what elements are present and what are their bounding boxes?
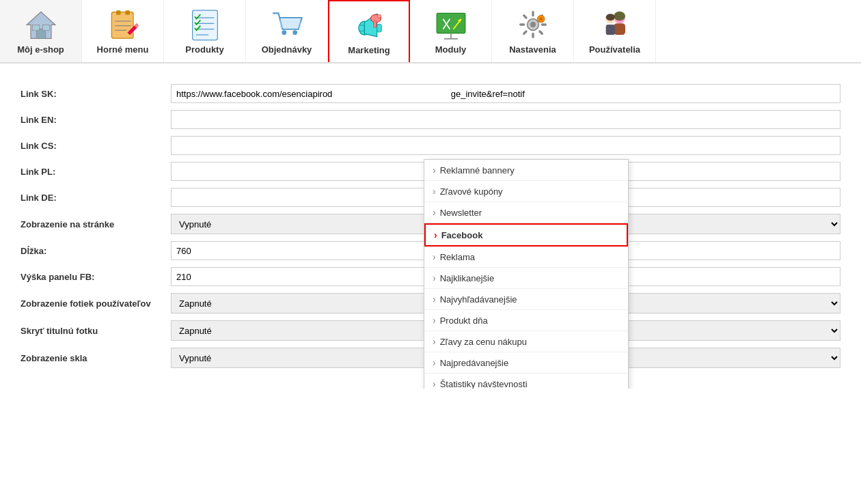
svg-point-24	[378, 14, 381, 18]
gear-icon	[512, 8, 554, 42]
nav-item-produkty[interactable]: Produkty	[164, 0, 246, 62]
svg-point-15	[282, 30, 286, 35]
dropdown-item-reklamne-bannery[interactable]: Reklamné bannery	[424, 160, 628, 181]
house-icon	[20, 8, 62, 42]
zobrazenie-label: Zobrazenie na stránke	[20, 219, 171, 229]
dropdown-item-zlavy-za-cenu[interactable]: Zľavy za cenu nákupu	[424, 331, 628, 352]
top-navigation: Môj e-shop Horné menu	[0, 0, 861, 64]
cart-icon	[266, 8, 308, 42]
svg-point-42	[539, 17, 543, 20]
nav-item-moduly[interactable]: Moduly	[410, 0, 492, 62]
link-sk-input[interactable]	[171, 84, 840, 103]
svg-rect-25	[437, 13, 465, 33]
vyska-label: Výška panelu FB:	[20, 272, 171, 282]
marketing-icon	[348, 8, 390, 42]
link-en-label: Link EN:	[20, 115, 171, 125]
svg-point-32	[530, 22, 535, 27]
zobr-fotiek-label: Zobrazenie fotiek používateľov	[20, 298, 171, 309]
svg-rect-47	[605, 25, 614, 35]
main-content: Link SK: Link EN: Link CS: Link PL:	[0, 64, 861, 389]
nav-label-marketing: Marketing	[348, 45, 390, 55]
svg-rect-17	[280, 19, 301, 28]
svg-rect-44	[614, 23, 625, 35]
nav-item-marketing[interactable]: Marketing	[328, 0, 410, 62]
nav-label-produkty: Produkty	[185, 44, 223, 55]
dropdown-item-reklama[interactable]: Reklama	[424, 247, 628, 268]
marketing-dropdown: Reklamné bannery Zľavové kupóny Newslett…	[424, 159, 629, 389]
svg-rect-19	[359, 25, 364, 31]
svg-point-45	[614, 12, 625, 20]
link-de-label: Link DE:	[20, 193, 171, 203]
blackboard-icon	[430, 8, 472, 42]
link-cs-input[interactable]	[171, 136, 840, 155]
nav-item-nastavenia[interactable]: Nastavenia	[492, 0, 574, 62]
dropdown-item-najvyhladavanejsie[interactable]: Najvyhľadávanejšie	[424, 289, 628, 310]
nav-label-objednavky: Objednávky	[262, 44, 312, 55]
nav-item-pouzivatelia[interactable]: Používatelia	[574, 0, 656, 62]
link-cs-row: Link CS:	[20, 136, 840, 155]
nav-label-moj-eshop: Môj e-shop	[17, 44, 64, 55]
svg-rect-3	[42, 25, 49, 30]
svg-rect-23	[374, 20, 377, 27]
svg-line-37	[523, 16, 525, 18]
link-en-wrap	[171, 110, 840, 129]
skryt-label: Skryť titulnú fotku	[20, 326, 171, 336]
svg-point-48	[605, 14, 614, 20]
link-sk-wrap	[171, 84, 840, 103]
svg-rect-6	[125, 10, 130, 15]
nav-item-horne-menu[interactable]: Horné menu	[82, 0, 164, 62]
svg-rect-5	[116, 10, 121, 15]
checklist-icon	[184, 8, 226, 42]
dropdown-item-najpredavanejsie[interactable]: Najpredávanejšie	[424, 352, 628, 374]
dropdown-item-statistiky[interactable]: Štatistiky návštevnosti	[424, 374, 628, 389]
link-cs-wrap	[171, 136, 840, 155]
nav-item-objednavky[interactable]: Objednávky	[246, 0, 328, 62]
nav-label-moduly: Moduly	[435, 44, 467, 55]
dropdown-item-najklikanejsie[interactable]: Najklikanejšie	[424, 268, 628, 289]
dropdown-item-newsletter[interactable]: Newsletter	[424, 202, 628, 223]
dropdown-item-zlavove-kupony[interactable]: Zľavové kupóny	[424, 181, 628, 202]
dlzka-label: Dĺžka:	[20, 246, 171, 256]
link-en-input[interactable]	[171, 110, 840, 129]
svg-line-38	[540, 31, 542, 33]
svg-rect-2	[32, 25, 39, 30]
zobr-skla-label: Zobrazenie skla	[20, 353, 171, 363]
link-sk-row: Link SK:	[20, 84, 840, 103]
link-sk-label: Link SK:	[20, 89, 171, 99]
link-pl-label: Link PL:	[20, 167, 171, 177]
nav-label-pouzivatelia: Používatelia	[589, 44, 640, 55]
nav-label-nastavenia: Nastavenia	[509, 44, 556, 55]
nav-item-moj-eshop[interactable]: Môj e-shop	[0, 0, 82, 62]
link-en-row: Link EN:	[20, 110, 840, 129]
link-cs-label: Link CS:	[20, 141, 171, 151]
notepad-icon	[102, 8, 144, 42]
dropdown-item-produkt-dna[interactable]: Produkt dňa	[424, 310, 628, 331]
svg-point-16	[292, 30, 297, 35]
users-icon	[594, 8, 636, 42]
dropdown-item-facebook[interactable]: Facebook	[424, 223, 628, 247]
svg-line-40	[523, 31, 525, 33]
svg-rect-21	[377, 24, 382, 32]
nav-label-horne-menu: Horné menu	[97, 44, 149, 55]
